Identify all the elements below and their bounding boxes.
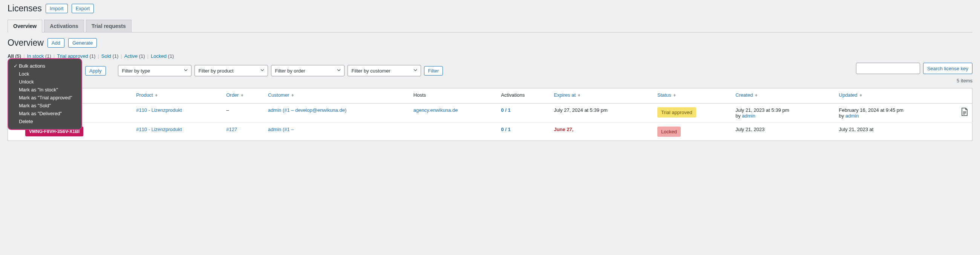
sort-icon: ♦ <box>241 92 243 98</box>
filter-product-select[interactable]: Filter by product <box>194 65 268 76</box>
col-status[interactable]: Status ♦ <box>654 88 732 104</box>
product-link[interactable]: #110 - Lizenzprodukt <box>136 127 182 132</box>
bulk-option-in-stock[interactable]: Mark as "In stock" <box>14 86 76 94</box>
export-button[interactable]: Export <box>72 4 94 13</box>
sort-icon: ♦ <box>291 92 294 98</box>
filter-order-select[interactable]: Filter by order <box>271 65 345 76</box>
bulk-actions-dropdown[interactable]: Bulk actions Lock Unlock Mark as "In sto… <box>8 58 82 130</box>
apply-button[interactable]: Apply <box>85 66 106 75</box>
host-cell <box>410 123 498 141</box>
col-updated[interactable]: Updated ♦ <box>835 88 957 104</box>
host-link[interactable]: agency.enwikuna.de <box>414 107 458 113</box>
customer-link[interactable]: admin (#1 – develop@enwikuna.de) <box>268 107 347 113</box>
created-by-link[interactable]: admin <box>742 113 756 119</box>
filter-active[interactable]: Active (1) <box>124 53 145 59</box>
bulk-option-lock[interactable]: Lock <box>14 70 76 78</box>
filter-customer-select[interactable]: Filter by customer <box>347 65 421 76</box>
col-activations: Activations <box>497 88 550 104</box>
created-cell: July 21, 2023 at 5:39 pm by admin <box>732 104 835 123</box>
page-title: Licenses <box>8 3 42 14</box>
filter-sold[interactable]: Sold (1) <box>102 53 119 59</box>
toolbar: Bulk actions Lock Unlock Mark as "In sto… <box>8 63 856 79</box>
expires-cell: June 27, <box>554 127 573 132</box>
status-badge: Trial approved <box>657 107 696 117</box>
col-hosts: Hosts <box>410 88 498 104</box>
filter-button[interactable]: Filter <box>424 66 443 75</box>
generate-button[interactable]: Generate <box>68 38 97 48</box>
chevron-down-icon <box>260 68 265 74</box>
sort-icon: ♦ <box>155 92 158 98</box>
licenses-table: Product ♦ Order ♦ Customer ♦ Hosts Activ… <box>8 88 972 141</box>
filter-locked[interactable]: Locked (1) <box>151 53 174 59</box>
order-link[interactable]: #127 <box>226 127 237 132</box>
bulk-option-bulk-actions[interactable]: Bulk actions <box>14 62 76 70</box>
expires-cell: July 27, 2024 at 5:39 pm <box>550 104 653 123</box>
search-input[interactable] <box>856 63 920 74</box>
bulk-option-trial-approved[interactable]: Mark as "Trial approved" <box>14 94 76 102</box>
status-filter-bar: All (5) | In stock (1) | Trial approved … <box>8 52 972 63</box>
col-customer[interactable]: Customer ♦ <box>264 88 410 104</box>
bulk-option-delete[interactable]: Delete <box>14 117 76 125</box>
updated-by-link[interactable]: admin <box>845 113 859 119</box>
col-created[interactable]: Created ♦ <box>732 88 835 104</box>
bulk-option-unlock[interactable]: Unlock <box>14 78 76 86</box>
col-product[interactable]: Product ♦ <box>132 88 223 104</box>
chevron-down-icon <box>413 68 418 74</box>
sort-icon: ♦ <box>673 92 676 98</box>
chevron-down-icon <box>337 68 341 74</box>
chevron-down-icon <box>184 68 188 74</box>
activations-value: 0 / 1 <box>501 127 511 132</box>
col-order[interactable]: Order ♦ <box>223 88 264 104</box>
import-button[interactable]: Import <box>46 4 68 13</box>
search-button[interactable]: Search license key <box>923 63 972 74</box>
tab-trial-requests[interactable]: Trial requests <box>86 20 132 32</box>
sort-icon: ♦ <box>859 92 862 98</box>
col-expires[interactable]: Expires at ♦ <box>550 88 653 104</box>
items-count: 5 items <box>957 78 972 83</box>
product-link[interactable]: #110 - Lizenzprodukt <box>136 107 182 113</box>
status-badge: Locked <box>657 127 681 137</box>
updated-cell: July 21, 2023 at <box>835 123 957 141</box>
activations-value: 0 / 1 <box>501 107 511 113</box>
updated-cell: February 16, 2024 at 9:45 pm by admin <box>835 104 957 123</box>
sort-icon: ♦ <box>755 92 757 98</box>
sort-icon: ♦ <box>578 92 581 98</box>
filter-type-select[interactable]: Filter by type <box>118 65 191 76</box>
bulk-option-delivered[interactable]: Mark as "Delivered" <box>14 109 76 117</box>
order-cell: – <box>223 104 264 123</box>
table-row: VMNG-F8VH-3S6V-X1BI #110 - Lizenzprodukt… <box>8 123 972 141</box>
tab-activations[interactable]: Activations <box>44 20 84 32</box>
document-icon[interactable] <box>961 107 968 116</box>
created-cell: July 21, 2023 <box>732 123 835 141</box>
tabs: Overview Activations Trial requests <box>8 20 972 32</box>
bulk-option-sold[interactable]: Mark as "Sold" <box>14 102 76 109</box>
add-button[interactable]: Add <box>48 38 64 48</box>
sub-title: Overview <box>8 38 44 48</box>
table-row: - LY9V #110 - Lizenzprodukt – admin (#1 … <box>8 104 972 123</box>
tab-overview[interactable]: Overview <box>8 20 42 32</box>
customer-link[interactable]: admin (#1 – <box>268 127 294 132</box>
